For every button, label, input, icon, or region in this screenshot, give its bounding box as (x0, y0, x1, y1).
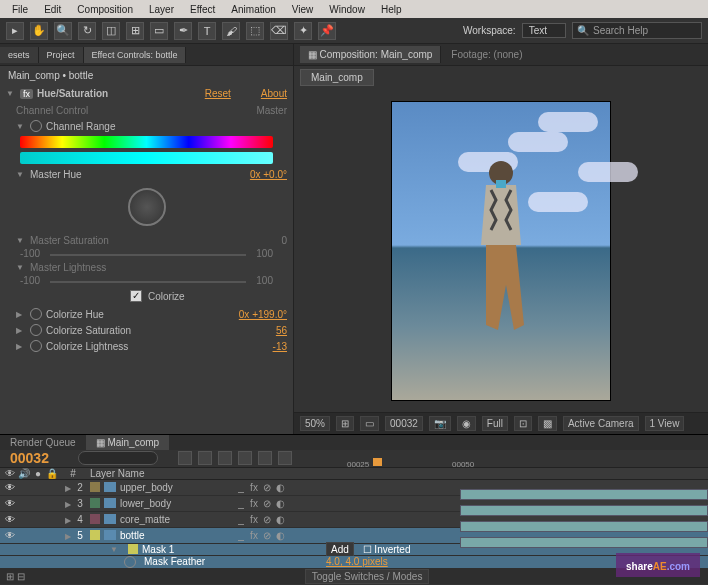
master-sat-value[interactable]: 0 (281, 235, 287, 246)
twirl-icon[interactable]: ▶ (16, 326, 26, 335)
fx-badge-icon[interactable]: fx (20, 89, 33, 99)
master-hue-value[interactable]: 0x +0.0° (250, 169, 287, 180)
channels-icon[interactable]: ◉ (457, 416, 476, 431)
rotate-tool-icon[interactable]: ↻ (78, 22, 96, 40)
clone-tool-icon[interactable]: ⬚ (246, 22, 264, 40)
channel-control-value[interactable]: Master (256, 105, 287, 116)
camera-dropdown[interactable]: Active Camera (563, 416, 639, 431)
twirl-icon[interactable]: ▶ (16, 342, 26, 351)
layer-color-swatch[interactable] (90, 482, 100, 492)
tab-effect-controls[interactable]: Effect Controls: bottle (84, 47, 187, 63)
mask-color-swatch[interactable] (128, 544, 138, 554)
shy-icon[interactable] (218, 451, 232, 465)
menu-effect[interactable]: Effect (182, 2, 223, 17)
layer-row[interactable]: 👁▶2upper_body⎯fx⊘◐ (0, 480, 708, 496)
hue-dial[interactable] (128, 188, 166, 226)
zoom-dropdown[interactable]: 50% (300, 416, 330, 431)
current-timecode[interactable]: 00032 (0, 450, 70, 466)
shape-tool-icon[interactable]: ▭ (150, 22, 168, 40)
master-sat-slider[interactable] (50, 254, 246, 256)
stopwatch-icon[interactable] (124, 556, 136, 568)
twirl-icon[interactable]: ▼ (16, 263, 26, 272)
composition-viewer[interactable] (294, 89, 708, 412)
motion-blur-switch[interactable]: ⊘ (262, 498, 272, 509)
comp-mini-flowchart-icon[interactable] (178, 451, 192, 465)
twirl-icon[interactable]: ▼ (6, 89, 16, 98)
shy-switch[interactable]: ⎯ (236, 514, 246, 525)
transparency-icon[interactable]: ▩ (538, 416, 557, 431)
timecode-display[interactable]: 00032 (385, 416, 423, 431)
adjustment-switch[interactable]: ◐ (275, 498, 285, 509)
menu-animation[interactable]: Animation (223, 2, 283, 17)
pan-behind-tool-icon[interactable]: ⊞ (126, 22, 144, 40)
adjustment-switch[interactable]: ◐ (275, 530, 285, 541)
stopwatch-icon[interactable] (30, 308, 42, 320)
menu-help[interactable]: Help (373, 2, 410, 17)
layer-duration-bar[interactable] (460, 521, 708, 532)
hue-range[interactable] (20, 152, 273, 164)
timeline-footer-icon[interactable]: ⊞ ⊟ (6, 571, 25, 582)
visibility-toggle[interactable]: 👁 (4, 530, 16, 541)
motion-blur-switch[interactable]: ⊘ (262, 514, 272, 525)
shy-switch[interactable]: ⎯ (236, 530, 246, 541)
twirl-icon[interactable]: ▼ (16, 122, 26, 131)
layer-duration-bar[interactable] (460, 505, 708, 516)
graph-editor-icon[interactable] (278, 451, 292, 465)
mask-feather-row[interactable]: Mask Feather 4.0, 4.0 pixels (0, 556, 708, 569)
tab-timeline-comp[interactable]: ▦ Main_comp (86, 435, 169, 450)
puppet-tool-icon[interactable]: 📌 (318, 22, 336, 40)
layer-color-swatch[interactable] (90, 530, 100, 540)
toggle-switches-button[interactable]: Toggle Switches / Modes (305, 569, 430, 584)
visibility-toggle[interactable]: 👁 (4, 514, 16, 525)
menu-window[interactable]: Window (321, 2, 373, 17)
fx-switch[interactable]: fx (249, 530, 259, 541)
timeline-search[interactable] (78, 451, 158, 465)
tab-presets[interactable]: esets (0, 47, 39, 63)
reset-link[interactable]: Reset (205, 88, 231, 99)
stopwatch-icon[interactable] (30, 324, 42, 336)
stopwatch-icon[interactable] (30, 120, 42, 132)
viewer-grid-icon[interactable]: ⊞ (336, 416, 354, 431)
tab-project[interactable]: Project (39, 47, 84, 63)
composition-canvas[interactable] (391, 101, 611, 401)
layer-duration-bar[interactable] (460, 489, 708, 500)
hand-tool-icon[interactable]: ✋ (30, 22, 48, 40)
brush-tool-icon[interactable]: 🖌 (222, 22, 240, 40)
colorize-light-value[interactable]: -13 (273, 341, 287, 352)
twirl-icon[interactable]: ▶ (16, 310, 26, 319)
roto-tool-icon[interactable]: ✦ (294, 22, 312, 40)
menu-edit[interactable]: Edit (36, 2, 69, 17)
eraser-tool-icon[interactable]: ⌫ (270, 22, 288, 40)
colorize-sat-value[interactable]: 56 (276, 325, 287, 336)
composition-header-tab[interactable]: ▦ Composition: Main_comp (300, 46, 441, 63)
frame-blend-icon[interactable] (238, 451, 252, 465)
stopwatch-icon[interactable] (30, 340, 42, 352)
motion-blur-icon[interactable] (258, 451, 272, 465)
menu-composition[interactable]: Composition (69, 2, 141, 17)
shy-switch[interactable]: ⎯ (236, 498, 246, 509)
tab-render-queue[interactable]: Render Queue (0, 435, 86, 450)
fast-preview-icon[interactable]: ⊡ (514, 416, 532, 431)
twirl-icon[interactable]: ▼ (16, 236, 26, 245)
menu-layer[interactable]: Layer (141, 2, 182, 17)
about-link[interactable]: About (261, 88, 287, 99)
fx-switch[interactable]: fx (249, 498, 259, 509)
mask-inverted-label[interactable]: Inverted (374, 544, 410, 555)
visibility-toggle[interactable]: 👁 (4, 482, 16, 493)
mask-feather-value[interactable]: 4.0, 4.0 pixels (326, 556, 388, 567)
shy-switch[interactable]: ⎯ (236, 482, 246, 493)
twirl-icon[interactable]: ▼ (16, 170, 26, 179)
draft-3d-icon[interactable] (198, 451, 212, 465)
layer-color-swatch[interactable] (90, 514, 100, 524)
pen-tool-icon[interactable]: ✒ (174, 22, 192, 40)
menu-view[interactable]: View (284, 2, 322, 17)
selection-tool-icon[interactable]: ▸ (6, 22, 24, 40)
comp-tab[interactable]: Main_comp (300, 69, 374, 86)
workspace-dropdown[interactable]: Text (522, 23, 566, 38)
viewer-mask-icon[interactable]: ▭ (360, 416, 379, 431)
twirl-icon[interactable]: ▼ (110, 545, 120, 554)
layer-duration-bar[interactable] (460, 537, 708, 548)
hue-spectrum[interactable] (20, 136, 273, 148)
colorize-checkbox[interactable]: ✓ (130, 290, 142, 302)
snapshot-icon[interactable]: 📷 (429, 416, 451, 431)
